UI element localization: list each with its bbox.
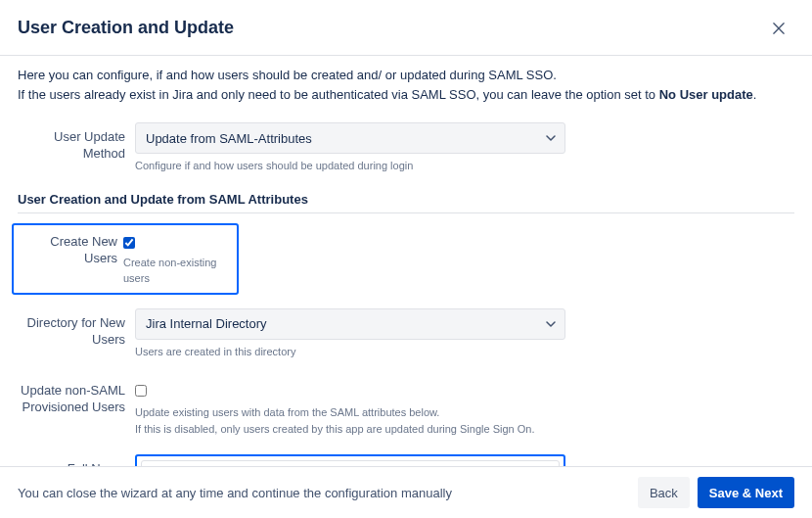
select-update-method-value: Update from SAML-Attributes bbox=[146, 131, 312, 146]
checkbox-update-nonsaml[interactable] bbox=[135, 385, 147, 397]
highlight-create-new-users: Create New Users Create non-existing use… bbox=[12, 223, 239, 295]
save-next-button[interactable]: Save & Next bbox=[698, 477, 794, 508]
label-update-method: User Update Method bbox=[18, 122, 135, 163]
select-directory[interactable]: Jira Internal Directory bbox=[135, 308, 565, 340]
close-icon bbox=[773, 21, 785, 37]
select-directory-value: Jira Internal Directory bbox=[146, 316, 267, 331]
modal-header: User Creation and Update bbox=[0, 0, 812, 55]
modal-footer: You can close the wizard at any time and… bbox=[0, 466, 812, 518]
row-update-method: User Update Method Update from SAML-Attr… bbox=[18, 122, 794, 174]
help-directory: Users are created in this directory bbox=[135, 344, 565, 360]
footer-buttons: Back Save & Next bbox=[638, 477, 794, 508]
label-update-nonsaml: Update non-SAML Provisioned Users bbox=[18, 377, 135, 416]
section-title: User Creation and Update from SAML Attri… bbox=[18, 192, 794, 207]
highlight-fullname-input bbox=[135, 454, 565, 466]
help-update-method: Configure if and how users should be upd… bbox=[135, 158, 565, 174]
row-fullname: Full Name Attribute SAML response attrib… bbox=[18, 454, 794, 466]
help-update-nonsaml-1: Update existing users with data from the… bbox=[135, 404, 565, 421]
modal: User Creation and Update Here you can co… bbox=[0, 0, 812, 518]
row-directory: Directory for New Users Jira Internal Di… bbox=[18, 308, 794, 360]
section-divider bbox=[18, 212, 794, 213]
help-create-new-users: Create non-existing users bbox=[123, 255, 231, 287]
label-fullname: Full Name Attribute bbox=[18, 454, 135, 466]
row-update-nonsaml: Update non-SAML Provisioned Users Update… bbox=[18, 377, 794, 437]
label-directory: Directory for New Users bbox=[18, 308, 135, 349]
back-button[interactable]: Back bbox=[638, 477, 690, 508]
intro-line-2: If the users already exist in Jira and o… bbox=[18, 85, 794, 105]
checkbox-create-new-users[interactable] bbox=[123, 237, 135, 249]
close-button[interactable] bbox=[767, 18, 790, 41]
modal-title: User Creation and Update bbox=[18, 18, 234, 38]
modal-body[interactable]: Here you can configure, if and how users… bbox=[0, 56, 812, 466]
intro-line-1: Here you can configure, if and how users… bbox=[18, 66, 794, 85]
intro-text: Here you can configure, if and how users… bbox=[18, 66, 794, 105]
select-update-method[interactable]: Update from SAML-Attributes bbox=[135, 122, 565, 154]
help-update-nonsaml-2: If this is disabled, only users created … bbox=[135, 421, 565, 438]
label-create-new-users: Create New Users bbox=[20, 229, 123, 267]
footer-text: You can close the wizard at any time and… bbox=[18, 486, 452, 500]
